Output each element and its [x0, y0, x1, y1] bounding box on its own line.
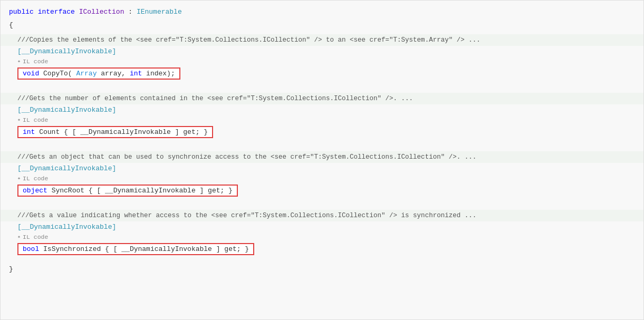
comment-syncroot: ///Gets an object that can be used to sy… [1, 151, 643, 163]
sig-issync-attr: __DynamicallyInvokable [121, 245, 212, 253]
code-viewer: public interface ICollection : IEnumerab… [0, 0, 644, 320]
sig-int-type: int [130, 70, 142, 77]
il-text-copyto: IL code [23, 58, 48, 65]
il-icon-syncroot: ✦ [17, 175, 21, 181]
il-label-count: ✦ IL code [1, 115, 643, 124]
sig-syncroot-close: ] get; } [200, 187, 233, 195]
il-icon-copyto: ✦ [17, 58, 21, 64]
comment-issynchronized: ///Gets a value indicating whether acces… [1, 210, 643, 221]
sig-void: void [23, 70, 39, 77]
signature-issynchronized: bool IsSynchronized { [ __DynamicallyInv… [17, 243, 254, 255]
member-syncroot: ///Gets an object that can be used to sy… [1, 151, 643, 198]
close-brace: } [1, 264, 643, 274]
signature-count: int Count { [ __DynamicallyInvokable ] g… [17, 126, 213, 138]
sig-bool-type: bool [23, 245, 39, 253]
il-text-issynchronized: IL code [23, 234, 48, 240]
attribute-issynchronized: [__DynamicallyInvokable] [1, 221, 643, 232]
sig-issync-name: IsSynchronized { [ [43, 245, 117, 253]
sig-index-param: index); [146, 70, 175, 77]
sig-array-param: array, [101, 70, 130, 77]
keyword-public: public [9, 8, 34, 16]
comment-copyto: ///Copies the elements of the <see cref=… [1, 34, 643, 46]
sig-copyto-name: CopyTo( [43, 70, 72, 77]
sig-count-attr: __DynamicallyInvokable [80, 128, 171, 136]
sig-array-type: Array [76, 70, 97, 77]
sig-object-type: object [23, 187, 47, 195]
il-text-count: IL code [23, 117, 48, 123]
sig-syncroot-name: SyncRoot { [ [52, 187, 101, 195]
base-interface: IEnumerable [137, 8, 182, 16]
signature-syncroot: object SyncRoot { [ __DynamicallyInvokab… [17, 185, 238, 197]
il-label-copyto: ✦ IL code [1, 57, 643, 66]
il-label-syncroot: ✦ IL code [1, 174, 643, 183]
member-count: ///Gets the number of elements contained… [1, 93, 643, 140]
comment-count: ///Gets the number of elements contained… [1, 93, 643, 104]
sig-count-close: ] get; } [175, 128, 208, 136]
interface-name: ICollection [79, 8, 124, 16]
attribute-syncroot: [__DynamicallyInvokable] [1, 163, 643, 174]
il-label-issynchronized: ✦ IL code [1, 232, 643, 241]
keyword-interface: interface [38, 8, 75, 16]
sig-count-open: Count { [ [39, 128, 76, 136]
il-icon-issynchronized: ✦ [17, 234, 21, 240]
member-copyto: ///Copies the elements of the <see cref=… [1, 34, 643, 81]
header-line: public interface ICollection : IEnumerab… [1, 5, 643, 20]
attribute-count: [__DynamicallyInvokable] [1, 104, 643, 115]
attribute-copyto: [__DynamicallyInvokable] [1, 46, 643, 57]
il-text-syncroot: IL code [23, 175, 48, 182]
open-brace: { [1, 20, 643, 30]
sig-int-count: int [23, 128, 35, 136]
member-issynchronized: ///Gets a value indicating whether acces… [1, 210, 643, 257]
signature-copyto: void CopyTo( Array array, int index); [17, 67, 180, 80]
il-icon-count: ✦ [17, 117, 21, 123]
sig-syncroot-attr: __DynamicallyInvokable [105, 187, 196, 195]
sig-issync-close: ] get; } [216, 245, 249, 253]
